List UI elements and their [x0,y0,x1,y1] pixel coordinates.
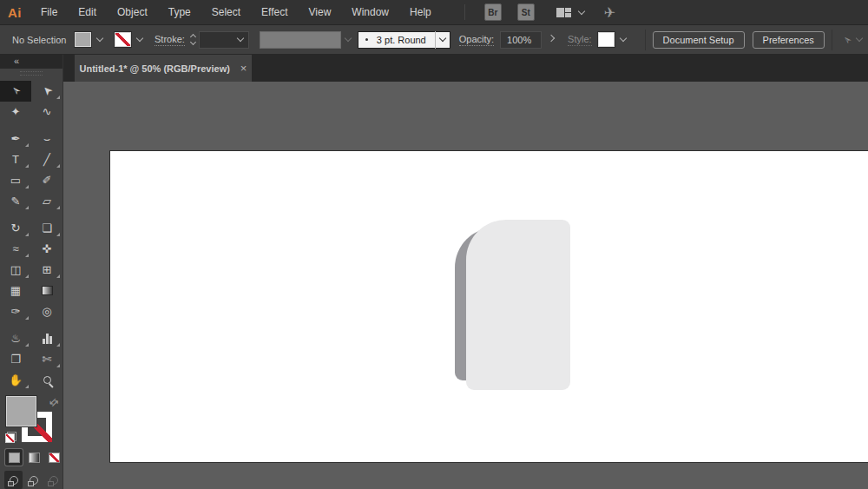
bridge-button[interactable]: Br [484,3,502,21]
rectangle-icon: ▭ [10,175,21,186]
chevron-down-icon[interactable] [619,35,626,42]
brush-definition-value: 3 pt. Round [377,35,435,45]
perspective-grid-tool[interactable]: ⊞ [31,260,62,281]
menu-help[interactable]: Help [399,0,442,25]
type-icon: T [12,154,19,165]
share-icon[interactable]: ✈ [604,4,615,21]
document-tab-title: Untitled-1* @ 50% (RGB/Preview) [80,63,230,74]
symbol-sprayer-tool[interactable]: ♨ [0,328,31,349]
slice-tool[interactable]: ✄ [31,349,62,370]
divider [645,30,646,50]
curvature-icon: ⌣ [43,133,51,144]
pencil-tool[interactable]: ✎ [0,191,31,212]
chevron-down-icon[interactable] [577,7,584,14]
stroke-weight-select[interactable] [199,31,249,49]
selection-icon: ➢ [9,83,23,98]
rectangle-tool[interactable]: ▭ [0,170,31,191]
stroke-weight-stepper[interactable] [191,35,195,44]
lasso-tool[interactable]: ∿ [31,102,62,122]
panel-grip[interactable] [0,69,62,78]
menu-effect[interactable]: Effect [251,0,298,25]
paintbrush-tool[interactable]: ✐ [31,170,62,191]
opacity-expand-button[interactable] [545,31,557,49]
puppet-warp-icon: ✜ [43,243,52,254]
direct-selection-tool[interactable]: ➤ [31,81,62,102]
eraser-icon: ▱ [43,195,51,207]
hand-icon: ✋ [9,374,23,386]
line-segment-tool[interactable]: ╱ [31,149,62,170]
menu-view[interactable]: View [299,0,342,25]
collapse-panel-button[interactable]: « [0,55,62,69]
draw-normal-button[interactable] [4,471,23,489]
stock-button[interactable]: St [517,3,535,21]
brush-chevron-box[interactable] [435,31,450,49]
chevron-down-icon [856,35,863,42]
stroke-label[interactable]: Stroke: [155,34,185,46]
pen-icon: ✒ [11,133,21,144]
menu-object[interactable]: Object [107,0,158,25]
menu-file[interactable]: File [30,0,68,25]
canvas-area[interactable] [63,82,868,489]
draw-inside-button [44,471,62,489]
gradient-tool[interactable] [31,281,62,301]
gradient-icon [42,286,53,295]
select-similar-icon: ➢ [839,32,854,47]
selection-tool[interactable]: ➢ [0,81,31,102]
rotate-tool[interactable]: ↻ [0,218,31,239]
mesh-icon: ▦ [10,285,21,296]
document-setup-button[interactable]: Document Setup [653,31,745,49]
eyedropper-tool[interactable]: ✑ [0,301,31,322]
slice-icon: ✄ [43,354,52,365]
arrange-documents-icon[interactable] [556,8,571,17]
menu-window[interactable]: Window [341,0,399,25]
shape-builder-tool[interactable]: ◫ [0,260,31,281]
gradient-button[interactable] [25,449,43,466]
style-swatch[interactable] [598,32,615,47]
opacity-label[interactable]: Opacity: [459,34,494,46]
style-label: Style: [568,34,592,46]
stroke-color-swatch[interactable] [115,32,131,47]
blend-tool[interactable]: ◎ [31,301,62,322]
draw-behind-icon [30,476,38,485]
artboard-tool[interactable]: ❐ [0,349,31,370]
paint-attribute-buttons [0,449,62,466]
width-tool[interactable]: ≈ [0,239,31,260]
eyedropper-icon: ✑ [11,306,21,317]
brush-preview-dot [365,38,368,41]
none-button[interactable] [45,449,62,466]
shape-builder-icon: ◫ [10,264,21,275]
document-tab[interactable]: Untitled-1* @ 50% (RGB/Preview) × [75,55,252,82]
mesh-tool[interactable]: ▦ [0,281,31,301]
swap-fill-stroke-icon[interactable]: ⇆ [46,394,61,409]
type-tool[interactable]: T [0,149,31,170]
preferences-button[interactable]: Preferences [753,31,825,49]
curvature-tool[interactable]: ⌣ [31,129,62,149]
eraser-tool[interactable]: ▱ [31,191,62,212]
color-button[interactable] [5,449,23,466]
chevron-down-icon[interactable] [136,35,143,42]
magic-wand-tool[interactable]: ✦ [0,102,31,122]
opacity-input[interactable]: 100% [500,31,542,49]
default-fill-stroke-icon[interactable] [5,432,16,443]
hand-tool[interactable]: ✋ [0,370,31,391]
menu-items: FileEditObjectTypeSelectEffectViewWindow… [30,0,442,25]
tool-grid: ➢➤✦∿✒⌣T╱▭✐✎▱↻❏≈✜◫⊞▦✑◎♨❐✄✋ [0,79,62,391]
line-segment-icon: ╱ [43,154,50,165]
paintbrush-icon: ✐ [43,175,52,186]
pen-tool[interactable]: ✒ [0,129,31,149]
puppet-warp-tool[interactable]: ✜ [31,239,62,260]
draw-behind-button[interactable] [24,471,43,489]
fill-swatch-indicator[interactable] [6,396,36,426]
zoom-tool[interactable] [31,370,62,391]
fill-color-swatch[interactable] [75,32,91,47]
drawn-shape-front[interactable] [466,220,570,390]
close-tab-icon[interactable]: × [240,62,247,75]
menu-select[interactable]: Select [201,0,251,25]
menu-edit[interactable]: Edit [68,0,107,25]
menu-type[interactable]: Type [158,0,201,25]
scale-tool[interactable]: ❏ [31,218,62,239]
chevron-down-icon[interactable] [96,35,103,42]
column-graph-tool[interactable] [31,328,62,349]
app-logo: Ai [0,5,30,20]
brush-definition-select[interactable]: 3 pt. Round [358,31,450,49]
